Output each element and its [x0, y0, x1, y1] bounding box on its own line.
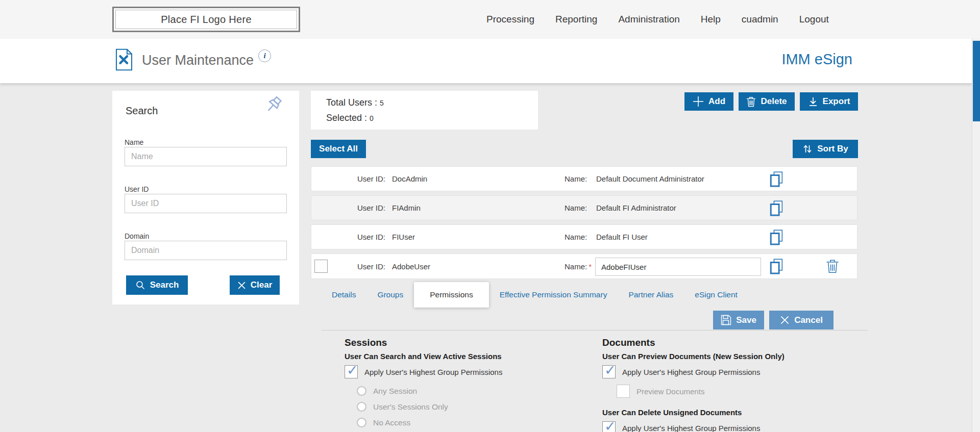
cancel-button[interactable]: Cancel: [769, 311, 834, 329]
top-bar: Place FI Logo Here Processing Reporting …: [0, 0, 980, 39]
tab-groups[interactable]: Groups: [366, 282, 414, 308]
user-id-value: DocAdmin: [392, 167, 427, 191]
any-session-radio[interactable]: [357, 386, 366, 396]
users-sessions-only-radio[interactable]: [357, 402, 366, 412]
copy-user-icon[interactable]: [769, 229, 784, 248]
x-icon: [780, 315, 790, 325]
documents-section: Documents User Can Preview Documents (Ne…: [602, 337, 868, 432]
name-value: Default Document Administrator: [596, 167, 704, 191]
apply-group-permissions-checkbox[interactable]: [602, 365, 616, 378]
select-all-label: Select All: [319, 144, 358, 154]
name-value: Default FI User: [596, 225, 648, 249]
total-users-value: 5: [380, 99, 384, 107]
tab-details[interactable]: Details: [321, 282, 366, 308]
search-button-label: Search: [150, 280, 179, 290]
total-users-label: Total Users :: [326, 97, 377, 108]
save-button[interactable]: Save: [713, 311, 764, 329]
nav-administration[interactable]: Administration: [618, 14, 679, 25]
copy-user-icon[interactable]: [769, 200, 784, 219]
trash-icon: [746, 96, 756, 107]
info-icon[interactable]: i: [258, 49, 271, 62]
nav-processing[interactable]: Processing: [486, 14, 534, 25]
name-value: Default FI Administrator: [596, 196, 676, 220]
apply-group-permissions-row: Apply User's Highest Group Permissions: [602, 421, 868, 432]
preview-documents-checkbox[interactable]: [617, 385, 630, 398]
user-id-label: User ID:: [357, 167, 385, 191]
user-id-label: User ID:: [357, 196, 385, 220]
search-button[interactable]: Search: [126, 275, 188, 295]
magnifier-icon: [135, 280, 145, 290]
save-button-label: Save: [736, 315, 756, 325]
copy-user-icon[interactable]: [769, 258, 784, 277]
delete-button-label: Delete: [761, 96, 787, 107]
apply-group-permissions-row: Apply User's Highest Group Permissions: [602, 365, 868, 378]
user-id-value: AdobeUser: [392, 254, 430, 278]
user-maintenance-page: Place FI Logo Here Processing Reporting …: [0, 0, 980, 432]
brand-imm-esign: IMM eSign: [781, 51, 852, 68]
delete-user-icon[interactable]: [826, 259, 839, 276]
plus-icon: [693, 96, 704, 107]
no-access-row: No Access: [345, 416, 590, 429]
nav-user-cuadmin[interactable]: cuadmin: [742, 14, 778, 25]
nav-reporting[interactable]: Reporting: [555, 14, 597, 25]
preview-documents-label: Preview Documents: [636, 387, 704, 396]
user-detail-tabs: Details Groups Permissions Effective Per…: [321, 282, 748, 308]
sessions-subheading: User Can Search and View Active Sessions: [345, 352, 590, 361]
page-tools-icon: [115, 48, 133, 73]
add-button[interactable]: Add: [684, 92, 733, 111]
user-id-value: FIAdmin: [392, 196, 421, 220]
pushpin-icon[interactable]: [263, 95, 285, 118]
user-row-fiadmin[interactable]: User ID: FIAdmin Name: Default FI Admini…: [311, 195, 857, 220]
delete-unsigned-subheading: User Can Delete Unsigned Documents: [602, 408, 868, 417]
add-button-label: Add: [708, 96, 725, 107]
page-title: User Maintenance: [142, 53, 254, 68]
user-row-fiuser[interactable]: User ID: FIUser Name: Default FI User: [311, 224, 857, 249]
tab-partner-alias[interactable]: Partner Alias: [618, 282, 684, 308]
name-search-input[interactable]: [125, 147, 287, 166]
delete-button[interactable]: Delete: [739, 92, 795, 111]
no-access-radio[interactable]: [357, 418, 366, 427]
fi-logo-text: Place FI Logo Here: [161, 14, 252, 26]
clear-button[interactable]: Clear: [230, 275, 280, 295]
apply-group-permissions-checkbox[interactable]: [345, 365, 358, 378]
name-label: Name:: [565, 167, 587, 191]
name-label: Name:: [565, 196, 587, 220]
no-access-label: No Access: [373, 418, 410, 427]
search-panel-title: Search: [126, 105, 158, 117]
floppy-save-icon: [721, 315, 731, 325]
users-sessions-only-row: User's Sessions Only: [345, 400, 590, 413]
tab-effective-permission-summary[interactable]: Effective Permission Summary: [489, 282, 618, 308]
tab-permissions[interactable]: Permissions: [414, 282, 488, 308]
user-id-search-input[interactable]: [125, 194, 287, 213]
name-field-label: Name: [125, 138, 143, 146]
select-all-button[interactable]: Select All: [311, 140, 366, 158]
any-session-label: Any Session: [373, 387, 417, 396]
download-icon: [808, 96, 818, 107]
fi-logo-placeholder: Place FI Logo Here: [112, 7, 300, 32]
row-select-checkbox[interactable]: [314, 260, 328, 273]
search-panel: Search Name User ID Domain Search: [112, 91, 299, 304]
user-id-field-label: User ID: [125, 185, 149, 193]
apply-group-permissions-row: Apply User's Highest Group Permissions: [345, 365, 590, 378]
vertical-scrollbar[interactable]: [972, 39, 980, 432]
name-label: Name:: [565, 225, 587, 249]
nav-logout[interactable]: Logout: [799, 14, 829, 25]
user-id-label: User ID:: [357, 225, 385, 249]
tab-esign-client[interactable]: eSign Client: [684, 282, 748, 308]
required-asterisk: *: [589, 262, 592, 271]
nav-help[interactable]: Help: [701, 14, 721, 25]
domain-search-input[interactable]: [125, 241, 287, 260]
name-label-text: Name:: [565, 262, 587, 271]
apply-group-permissions-label: Apply User's Highest Group Permissions: [364, 368, 502, 376]
user-row-docadmin[interactable]: User ID: DocAdmin Name: Default Document…: [311, 166, 857, 191]
preview-documents-row: Preview Documents: [602, 385, 868, 398]
user-name-input[interactable]: [595, 258, 761, 276]
apply-group-permissions-checkbox[interactable]: [602, 421, 616, 432]
export-button[interactable]: Export: [800, 92, 858, 111]
sort-arrows-icon: [802, 144, 813, 154]
sort-by-button[interactable]: Sort By: [793, 140, 858, 158]
scrollbar-thumb[interactable]: [973, 41, 980, 121]
user-row-adobeuser[interactable]: User ID: AdobeUser Name: *: [311, 253, 857, 279]
clear-button-label: Clear: [251, 280, 273, 290]
copy-user-icon[interactable]: [769, 171, 784, 190]
